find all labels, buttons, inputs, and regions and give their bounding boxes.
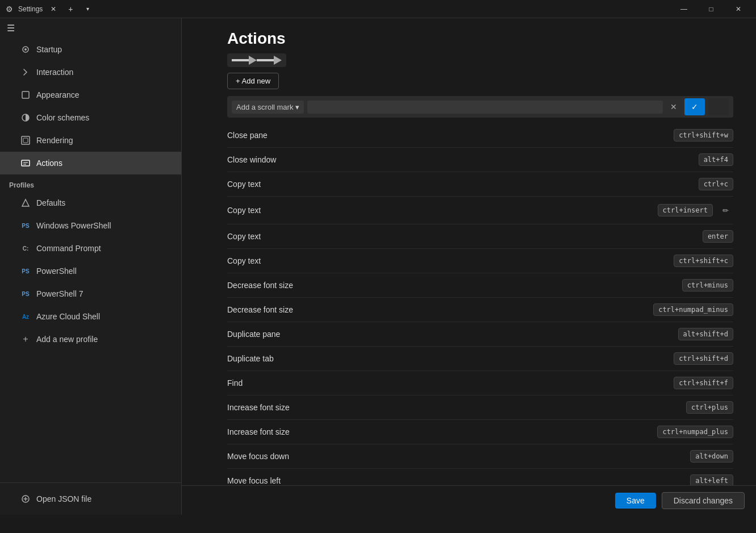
- action-row: Close panectrl+shift+w: [227, 123, 733, 148]
- scroll-mark-input[interactable]: [307, 101, 663, 114]
- add-new-button[interactable]: + Add new: [227, 73, 279, 89]
- sidebar-label-powershell-7: PowerShell 7: [36, 289, 83, 298]
- action-row: Copy textenter: [227, 224, 733, 249]
- action-label: Increase font size: [227, 403, 682, 412]
- app-title: Settings: [18, 5, 43, 13]
- content-area: Actions + Add new Add a scroll mark: [182, 18, 756, 515]
- scroll-mark-confirm-button[interactable]: ✓: [684, 98, 705, 115]
- sidebar-label-windows-powershell: Windows PowerShell: [36, 221, 111, 230]
- action-shortcut-badge: ctrl+minus: [682, 279, 733, 292]
- sidebar-item-appearance[interactable]: Appearance: [0, 84, 181, 106]
- action-shortcut-badge: ctrl+shift+w: [674, 129, 733, 141]
- svg-rect-2: [22, 91, 29, 98]
- sidebar-label-interaction: Interaction: [36, 68, 73, 77]
- scroll-mark-label: Add a scroll mark: [236, 103, 293, 111]
- sidebar-label-azure-cloud-shell: Azure Cloud Shell: [36, 312, 100, 321]
- sidebar-item-color-schemes[interactable]: Color schemes: [0, 106, 181, 129]
- action-shortcut-badge: ctrl+numpad_minus: [653, 303, 733, 316]
- action-row: Duplicate tabctrl+shift+d: [227, 347, 733, 371]
- sidebar-label-add-profile: Add a new profile: [36, 335, 98, 344]
- sidebar-label-startup: Startup: [36, 45, 62, 54]
- sidebar-item-azure-cloud-shell[interactable]: Az Azure Cloud Shell: [0, 305, 181, 328]
- action-row: Move focus downalt+down: [227, 444, 733, 469]
- action-row: Decrease font sizectrl+numpad_minus: [227, 298, 733, 322]
- actions-icon: [20, 158, 31, 168]
- sidebar-hamburger[interactable]: ☰: [0, 18, 181, 38]
- sidebar-item-actions[interactable]: Actions: [0, 152, 181, 174]
- scroll-mark-extra-button[interactable]: [708, 98, 729, 115]
- profiles-section-label: Profiles: [0, 174, 181, 191]
- action-shortcut-badge: ctrl+shift+c: [674, 255, 733, 267]
- sidebar-label-command-prompt: Command Prompt: [36, 244, 101, 253]
- action-edit-button[interactable]: ✏: [717, 202, 733, 218]
- minimize-button[interactable]: —: [671, 0, 697, 18]
- arrow-head-2: [274, 56, 282, 65]
- action-row: Close windowalt+f4: [227, 148, 733, 172]
- arrow-head-1: [249, 56, 257, 65]
- svg-marker-7: [22, 199, 29, 206]
- sidebar-item-rendering[interactable]: Rendering: [0, 129, 181, 152]
- sidebar-label-color-schemes: Color schemes: [36, 113, 89, 122]
- new-tab-button[interactable]: +: [64, 3, 77, 15]
- sidebar-label-rendering: Rendering: [36, 136, 73, 145]
- action-label: Find: [227, 378, 669, 388]
- svg-rect-4: [22, 136, 30, 144]
- page-title: Actions: [227, 30, 733, 48]
- content-header: Actions: [182, 18, 756, 53]
- action-label: Copy text: [227, 180, 694, 189]
- sidebar-item-command-prompt[interactable]: C: Command Prompt: [0, 237, 181, 260]
- startup-icon: [20, 44, 31, 55]
- sidebar-item-defaults[interactable]: Defaults: [0, 191, 181, 214]
- scroll-mark-clear-button[interactable]: ✕: [666, 99, 681, 114]
- sidebar-item-interaction[interactable]: Interaction: [0, 61, 181, 84]
- action-label: Close pane: [227, 131, 669, 140]
- discard-changes-button[interactable]: Discard changes: [662, 492, 745, 509]
- action-label: Copy text: [227, 206, 653, 215]
- action-shortcut-badge: alt+left: [690, 474, 733, 485]
- sidebar-item-powershell[interactable]: PS PowerShell: [0, 260, 181, 282]
- action-shortcut-badge: ctrl+numpad_plus: [657, 426, 733, 438]
- appearance-icon: [20, 90, 31, 100]
- tab-dropdown-button[interactable]: ▾: [81, 3, 94, 15]
- app-icon: ⚙: [5, 5, 14, 14]
- action-label: Decrease font size: [227, 281, 678, 290]
- sidebar-item-powershell-7[interactable]: PS PowerShell 7: [0, 282, 181, 305]
- sidebar-label-powershell: PowerShell: [36, 266, 77, 276]
- scroll-mark-select[interactable]: Add a scroll mark ▾: [232, 101, 304, 114]
- action-shortcut-badge: ctrl+c: [699, 178, 733, 190]
- action-row: Duplicate panealt+shift+d: [227, 322, 733, 347]
- svg-rect-6: [22, 160, 30, 166]
- sidebar-item-open-json[interactable]: Open JSON file: [0, 488, 181, 510]
- azure-icon: Az: [20, 311, 31, 322]
- sidebar-item-windows-powershell[interactable]: PS Windows PowerShell: [0, 214, 181, 237]
- action-shortcut-badge: enter: [703, 230, 733, 243]
- defaults-icon: [20, 198, 31, 208]
- powershell-7-icon: PS: [20, 289, 31, 299]
- maximize-button[interactable]: □: [698, 0, 724, 18]
- window-controls: — □ ✕: [671, 0, 751, 18]
- save-button[interactable]: Save: [615, 493, 656, 509]
- interaction-icon: [20, 67, 31, 77]
- svg-point-1: [24, 48, 27, 51]
- sidebar: ☰ Startup Interaction Appearance Color: [0, 18, 182, 515]
- action-row: Findctrl+shift+f: [227, 371, 733, 395]
- action-label: Decrease font size: [227, 305, 649, 314]
- close-window-button[interactable]: ✕: [725, 0, 751, 18]
- action-label: Duplicate tab: [227, 354, 669, 363]
- arrow-visual: [232, 56, 282, 65]
- action-label: Close window: [227, 155, 694, 164]
- action-shortcut-badge: alt+down: [690, 450, 733, 463]
- sidebar-label-appearance: Appearance: [36, 90, 80, 99]
- sidebar-item-add-profile[interactable]: + Add a new profile: [0, 328, 181, 351]
- windows-powershell-icon: PS: [20, 220, 31, 231]
- action-shortcut-badge: ctrl+insert: [658, 204, 713, 216]
- action-label: Duplicate pane: [227, 330, 674, 339]
- sidebar-item-startup[interactable]: Startup: [0, 38, 181, 61]
- add-profile-icon: +: [20, 334, 31, 344]
- arrow-bar-left: [232, 59, 249, 61]
- tab-close-button[interactable]: ✕: [47, 3, 60, 15]
- action-rows-container: Close panectrl+shift+wClose windowalt+f4…: [227, 123, 733, 485]
- action-label: Move focus down: [227, 452, 686, 461]
- svg-rect-5: [23, 138, 28, 143]
- action-shortcut-badge: alt+shift+d: [678, 328, 733, 340]
